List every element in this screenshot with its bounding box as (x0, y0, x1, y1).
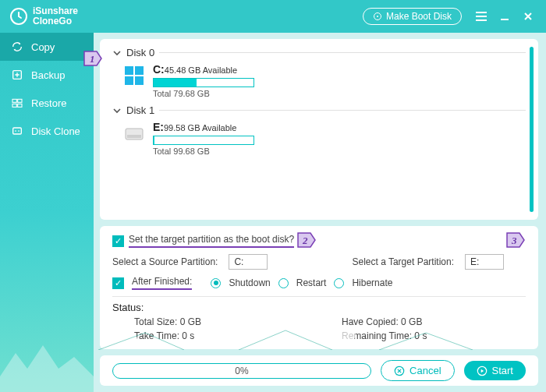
app-logo: iSunshareCloneGo (9, 6, 78, 26)
sidebar-item-restore[interactable]: Restore (0, 89, 94, 117)
annotation-tag-3: 3 (505, 231, 526, 249)
svg-rect-8 (13, 128, 22, 134)
annotation-tag-2: 2 (296, 231, 317, 249)
radio-hibernate[interactable] (334, 278, 344, 288)
sidebar-item-label: Copy (31, 41, 55, 53)
chevron-down-icon (112, 48, 122, 58)
radio-restart[interactable] (278, 278, 289, 288)
status-remaining: Remaining Time: 0 s (342, 330, 526, 341)
close-button[interactable] (516, 5, 540, 28)
copy-icon (11, 41, 23, 53)
disk-name: Disk 1 (126, 104, 154, 116)
sidebar-scenery (0, 322, 94, 392)
status-total-size: Total Size: 0 GB (134, 316, 318, 327)
svg-rect-13 (125, 76, 133, 85)
partition-row[interactable]: C:45.48 GB Available Total 79.68 GB (112, 63, 526, 98)
sidebar-item-label: Disk Clone (31, 125, 80, 137)
restore-icon (11, 97, 23, 109)
start-label: Start (492, 365, 513, 376)
play-icon (477, 366, 488, 376)
after-finished-label: After Finished: (132, 276, 192, 290)
source-label: Select a Source Partition: (112, 256, 218, 267)
partition-letter: C: (153, 63, 165, 76)
svg-point-2 (377, 16, 378, 17)
svg-rect-16 (127, 135, 141, 138)
start-button[interactable]: Start (464, 361, 526, 380)
sidebar-item-label: Backup (31, 69, 65, 81)
svg-point-10 (18, 130, 20, 132)
cancel-icon (394, 366, 405, 376)
chevron-down-icon (112, 106, 122, 115)
svg-rect-14 (135, 76, 144, 85)
status-title: Status: (112, 302, 526, 313)
radio-shutdown-label: Shutdown (229, 277, 270, 288)
progress-bar: 0% (112, 363, 371, 379)
partition-available: 45.48 GB Available (165, 65, 237, 75)
make-boot-label: Make Boot Disk (386, 11, 452, 22)
cancel-button[interactable]: Cancel (381, 360, 454, 381)
sidebar: Copy Backup Restore Disk Clone (0, 33, 94, 392)
usage-bar (153, 136, 254, 145)
disk-0: Disk 0 C:45.48 GB Available Total 79.68 … (112, 47, 526, 98)
windows-drive-icon (123, 65, 145, 87)
disk-1: Disk 1 E:99.58 GB Available Total 99.68 … (112, 104, 526, 156)
sidebar-item-copy[interactable]: Copy (0, 33, 94, 61)
sidebar-item-disk-clone[interactable]: Disk Clone (0, 117, 94, 145)
partition-available: 99.58 GB Available (164, 123, 236, 132)
target-partition-select[interactable]: E: (465, 254, 504, 270)
after-finished-checkbox[interactable]: ✓ (112, 277, 124, 289)
disk-header[interactable]: Disk 0 (112, 47, 526, 58)
menu-button[interactable] (470, 5, 493, 28)
backup-icon (11, 69, 23, 81)
partition-row[interactable]: E:99.58 GB Available Total 99.68 GB (112, 121, 526, 156)
status-take-time: Take Time: 0 s (134, 330, 318, 341)
logo-icon (9, 7, 28, 26)
svg-text:1: 1 (90, 53, 95, 65)
svg-rect-4 (12, 99, 16, 102)
svg-rect-12 (135, 66, 144, 75)
progress-text: 0% (235, 366, 248, 376)
svg-rect-11 (125, 66, 133, 75)
svg-rect-7 (18, 104, 22, 107)
titlebar: iSunshareCloneGo Make Boot Disk (0, 0, 546, 33)
settings-panel: ✓ Set the target partition as the boot d… (100, 226, 538, 349)
menu-icon (475, 11, 488, 22)
main-area: Disk 0 C:45.48 GB Available Total 79.68 … (94, 33, 546, 392)
radio-hibernate-label: Hibernate (352, 277, 392, 288)
disk-header[interactable]: Disk 1 (112, 104, 526, 116)
minimize-icon (499, 11, 510, 22)
svg-rect-6 (12, 104, 16, 107)
radio-restart-label: Restart (296, 277, 327, 288)
scrollbar[interactable] (530, 47, 534, 212)
svg-point-9 (15, 130, 16, 132)
boot-disk-label: Set the target partition as the boot dis… (129, 234, 294, 248)
sidebar-item-backup[interactable]: Backup (0, 61, 94, 89)
source-partition-select[interactable]: C: (229, 254, 268, 270)
svg-text:2: 2 (302, 235, 308, 246)
disk-icon (373, 12, 382, 21)
partition-letter: E: (153, 121, 164, 133)
partition-total: Total 79.68 GB (153, 89, 254, 98)
partition-total: Total 99.68 GB (153, 147, 254, 156)
radio-shutdown[interactable] (211, 278, 221, 288)
usage-bar (153, 78, 254, 87)
cancel-label: Cancel (410, 365, 441, 376)
make-boot-disk-button[interactable]: Make Boot Disk (363, 8, 462, 25)
status-have-copied: Have Copied: 0 GB (342, 316, 526, 327)
app-name-2: CloneGo (33, 16, 78, 26)
minimize-button[interactable] (493, 5, 516, 28)
footer-panel: 0% Cancel Start (100, 355, 538, 386)
close-icon (523, 11, 534, 22)
target-label: Select a Target Partition: (352, 256, 454, 267)
disk-clone-icon (11, 125, 23, 137)
svg-rect-5 (18, 99, 22, 102)
boot-disk-checkbox[interactable]: ✓ (112, 235, 124, 247)
svg-text:3: 3 (511, 235, 517, 246)
drive-icon (123, 122, 145, 144)
sidebar-item-label: Restore (31, 97, 67, 109)
disks-panel: Disk 0 C:45.48 GB Available Total 79.68 … (100, 39, 538, 220)
disk-name: Disk 0 (126, 47, 154, 58)
annotation-tag-1: 1 (83, 50, 103, 67)
